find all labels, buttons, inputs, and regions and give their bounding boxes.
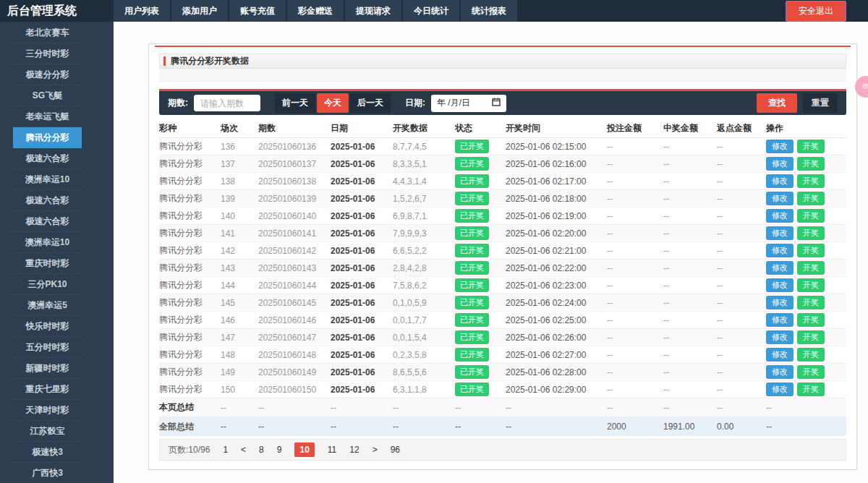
cell-win-amount: -- — [663, 350, 717, 360]
edit-button[interactable]: 修改 — [766, 140, 793, 153]
cell-bet-amount: -- — [607, 333, 663, 343]
page-item-12[interactable]: 12 — [349, 445, 359, 455]
edit-button[interactable]: 修改 — [766, 365, 793, 379]
sidebar-item-三分时时彩[interactable]: 三分时时彩 — [13, 43, 82, 64]
total-summary-value: -- — [506, 422, 607, 432]
edit-button[interactable]: 修改 — [766, 278, 793, 292]
reset-button[interactable]: 重置 — [803, 93, 838, 113]
logout-button[interactable]: 安全退出 — [786, 1, 846, 22]
total-summary-value: 2000 — [607, 422, 663, 432]
column-header-开奖数据: 开奖数据 — [393, 122, 455, 134]
sidebar-item-极速六合彩[interactable]: 极速六合彩 — [13, 211, 82, 232]
cell-actions: 修改开奖 — [766, 244, 846, 257]
sidebar-menu: 老北京赛车三分时时彩极速分分彩SG飞艇老幸运飞艇腾讯分分彩极速六合彩澳洲幸运10… — [0, 22, 114, 483]
draw-button[interactable]: 开奖 — [797, 209, 825, 223]
edit-button[interactable]: 修改 — [766, 382, 793, 396]
draw-button[interactable]: 开奖 — [797, 261, 825, 275]
column-header-返点金额: 返点金额 — [717, 122, 766, 134]
nav-tab-账号充值[interactable]: 账号充值 — [229, 0, 286, 22]
cell-round: 149 — [221, 367, 258, 377]
page-item-96[interactable]: 96 — [391, 445, 400, 455]
nav-tab-提现请求[interactable]: 提现请求 — [345, 0, 401, 22]
today-button[interactable]: 今天 — [317, 93, 349, 113]
edit-button[interactable]: 修改 — [766, 209, 793, 223]
sidebar-item-老北京赛车[interactable]: 老北京赛车 — [13, 22, 82, 43]
sidebar-item-澳洲幸运5[interactable]: 澳洲幸运5 — [13, 295, 82, 316]
search-button[interactable]: 查找 — [757, 93, 797, 113]
edit-button[interactable]: 修改 — [766, 313, 793, 327]
nav-tab-添加用户[interactable]: 添加用户 — [171, 0, 228, 22]
date-picker-input[interactable]: 年 /月/日 — [431, 95, 506, 112]
page-item-1[interactable]: 1 — [223, 445, 228, 455]
sidebar-item-老幸运飞艇[interactable]: 老幸运飞艇 — [13, 106, 82, 127]
draw-button[interactable]: 开奖 — [797, 244, 825, 257]
page-item-9[interactable]: 9 — [277, 445, 282, 455]
issue-label: 期数: — [168, 97, 188, 109]
sidebar-item-澳洲幸运10[interactable]: 澳洲幸运10 — [13, 232, 82, 253]
cell-rebate-amount: -- — [717, 281, 766, 291]
draw-button[interactable]: 开奖 — [797, 278, 825, 292]
draw-button[interactable]: 开奖 — [797, 174, 825, 188]
draw-button[interactable]: 开奖 — [797, 296, 825, 309]
cell-date: 2025-01-06 — [331, 367, 393, 377]
sidebar-item-重庆七星彩[interactable]: 重庆七星彩 — [13, 379, 82, 400]
prev-day-button[interactable]: 前一天 — [275, 93, 315, 113]
draw-button[interactable]: 开奖 — [797, 330, 825, 344]
draw-button[interactable]: 开奖 — [797, 348, 825, 362]
draw-button[interactable]: 开奖 — [797, 382, 825, 396]
sidebar-item-新疆时时彩[interactable]: 新疆时时彩 — [13, 358, 82, 379]
edit-button[interactable]: 修改 — [766, 261, 793, 275]
cell-draw-time: 2025-01-06 02:26:00 — [506, 333, 607, 343]
edit-button[interactable]: 修改 — [766, 157, 793, 171]
cell-date: 2025-01-06 — [331, 194, 393, 204]
cell-numbers: 0,1,0,5,9 — [393, 298, 455, 308]
edit-button[interactable]: 修改 — [766, 330, 793, 344]
edit-button[interactable]: 修改 — [766, 244, 793, 257]
page-item-8[interactable]: 8 — [259, 445, 264, 455]
sidebar-item-三分PK10[interactable]: 三分PK10 — [13, 274, 82, 295]
edit-button[interactable]: 修改 — [766, 174, 793, 188]
nav-tab-今日统计[interactable]: 今日统计 — [403, 0, 459, 22]
draw-button[interactable]: 开奖 — [797, 313, 825, 327]
column-header-中奖金额: 中奖金额 — [663, 122, 717, 134]
cell-rebate-amount: -- — [717, 228, 766, 239]
nav-tab-彩金赠送[interactable]: 彩金赠送 — [287, 0, 344, 22]
sidebar-item-广西快3[interactable]: 广西快3 — [13, 463, 82, 483]
draw-button[interactable]: 开奖 — [797, 140, 825, 153]
cell-bet-amount: -- — [607, 142, 663, 152]
nav-tab-统计报表[interactable]: 统计报表 — [461, 0, 517, 22]
cell-numbers: 1,5,2,6,7 — [393, 194, 455, 204]
nav-tab-用户列表[interactable]: 用户列表 — [114, 0, 170, 22]
page-item->[interactable]: > — [373, 445, 378, 455]
sidebar-item-极速六合彩[interactable]: 极速六合彩 — [13, 148, 82, 169]
cell-win-amount: -- — [663, 194, 717, 204]
page-item-<[interactable]: < — [241, 445, 246, 455]
sidebar-item-极速六合彩[interactable]: 极速六合彩 — [13, 190, 82, 211]
page-item-11[interactable]: 11 — [328, 445, 336, 455]
draw-button[interactable]: 开奖 — [797, 226, 825, 240]
pagination-bar: 页数: 10/96 1<89101112>96 — [159, 439, 846, 461]
sidebar-item-SG飞艇[interactable]: SG飞艇 — [13, 85, 82, 106]
sidebar-item-江苏骰宝[interactable]: 江苏骰宝 — [13, 421, 82, 442]
sidebar-item-天津时时彩[interactable]: 天津时时彩 — [13, 400, 82, 421]
draw-button[interactable]: 开奖 — [797, 192, 825, 205]
edit-button[interactable]: 修改 — [766, 226, 793, 240]
issue-input[interactable] — [194, 95, 260, 111]
draw-button[interactable]: 开奖 — [797, 365, 825, 379]
sidebar-item-极速分分彩[interactable]: 极速分分彩 — [13, 64, 82, 85]
next-day-button[interactable]: 后一天 — [350, 93, 391, 113]
sidebar-item-极速快3[interactable]: 极速快3 — [13, 442, 82, 463]
page-item-10[interactable]: 10 — [294, 443, 314, 457]
sidebar-item-五分时时彩[interactable]: 五分时时彩 — [13, 337, 82, 358]
cell-lottery: 腾讯分分彩 — [159, 349, 221, 361]
pagination-label: 页数: — [169, 444, 188, 456]
sidebar-item-快乐时时彩[interactable]: 快乐时时彩 — [13, 316, 82, 337]
edit-button[interactable]: 修改 — [766, 296, 793, 309]
edit-button[interactable]: 修改 — [766, 348, 793, 362]
sidebar-item-腾讯分分彩[interactable]: 腾讯分分彩 — [13, 127, 82, 148]
edit-button[interactable]: 修改 — [766, 192, 793, 205]
sidebar-item-重庆时时彩[interactable]: 重庆时时彩 — [13, 253, 82, 274]
sidebar-item-澳洲幸运10[interactable]: 澳洲幸运10 — [13, 169, 82, 190]
draw-button[interactable]: 开奖 — [797, 157, 825, 171]
cell-rebate-amount: -- — [717, 385, 766, 395]
